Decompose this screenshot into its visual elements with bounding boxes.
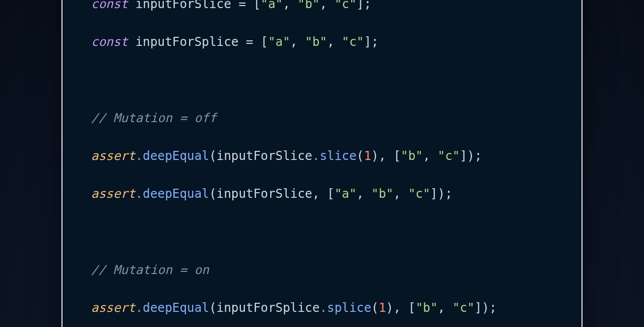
code-blank-line xyxy=(79,70,565,89)
code-line: assert.deepEqual(inputForSlice, ["a", "b… xyxy=(79,184,565,203)
token-semi: ; xyxy=(364,0,371,11)
token-string: "a" xyxy=(261,0,283,11)
token-punc: , xyxy=(327,34,342,49)
token-punc: , xyxy=(319,0,334,11)
token-semi: ; xyxy=(371,34,379,49)
token-string: "c" xyxy=(335,0,357,11)
token-punc: ) xyxy=(386,300,394,315)
token-punc: , xyxy=(423,148,437,163)
token-punc: ( xyxy=(209,148,217,163)
token-identifier: inputForSlice xyxy=(217,186,312,201)
token-object: assert xyxy=(91,148,136,163)
token-string: "b" xyxy=(401,148,423,163)
token-identifier: inputForSplice xyxy=(136,34,239,49)
token-punc: , xyxy=(357,186,371,201)
token-punc: ) xyxy=(371,148,379,163)
token-dot: . xyxy=(319,300,327,315)
token-string: "c" xyxy=(342,34,364,49)
code-line: // Mutation = off xyxy=(79,108,565,128)
token-punc: , xyxy=(438,300,453,315)
token-semi: ; xyxy=(445,186,453,201)
token-keyword: const xyxy=(91,0,128,11)
token-number: 1 xyxy=(364,148,371,163)
token-semi: ; xyxy=(475,148,482,163)
token-object: assert xyxy=(91,186,136,201)
token-object: assert xyxy=(91,300,136,315)
token-punc: ) xyxy=(482,300,489,315)
token-string: "b" xyxy=(416,300,438,315)
token-string: "b" xyxy=(371,186,394,201)
token-space xyxy=(128,34,136,49)
token-bracket: ] xyxy=(364,34,371,49)
token-punc: ( xyxy=(209,186,217,201)
code-line: // Mutation = on xyxy=(79,260,565,280)
token-string: "b" xyxy=(305,34,327,49)
token-punc: ( xyxy=(371,300,379,315)
token-punc: , xyxy=(283,0,297,11)
token-string: "a" xyxy=(335,186,357,201)
token-bracket: [ xyxy=(408,300,416,315)
token-dot: . xyxy=(312,148,320,163)
token-string: "a" xyxy=(268,34,290,49)
token-number: 1 xyxy=(378,300,386,315)
token-comment: // Mutation = on xyxy=(91,262,209,277)
token-punc: , xyxy=(394,186,408,201)
token-eq: = xyxy=(231,0,253,11)
token-dot: . xyxy=(136,300,143,315)
code-block: test("with one arg", (assert) => { const… xyxy=(77,0,567,327)
token-bracket: ] xyxy=(430,186,438,201)
token-punc: , xyxy=(290,34,305,49)
token-identifier: inputForSlice xyxy=(217,148,312,163)
token-punc: , xyxy=(312,186,327,201)
token-string-c: "c" xyxy=(438,148,460,163)
token-bracket: [ xyxy=(261,34,268,49)
token-bracket: [ xyxy=(327,186,335,201)
code-line: assert.deepEqual(inputForSlice.slice(1),… xyxy=(79,146,565,166)
code-blank-line xyxy=(79,223,565,242)
token-identifier: inputForSplice xyxy=(217,300,320,315)
token-string: "c" xyxy=(453,300,475,315)
token-method: splice xyxy=(327,300,371,315)
token-punc: ( xyxy=(357,148,364,163)
code-line: assert.deepEqual(inputForSplice.splice(1… xyxy=(79,298,565,317)
token-eq: = xyxy=(238,34,261,49)
token-semi: ; xyxy=(489,300,497,315)
token-punc: ) xyxy=(467,148,475,163)
token-dot: . xyxy=(136,186,143,201)
token-punc: ( xyxy=(209,300,217,315)
token-bracket: ] xyxy=(460,148,467,163)
token-method: deepEqual xyxy=(143,300,209,315)
token-keyword: const xyxy=(91,34,128,49)
token-bracket: ] xyxy=(475,300,482,315)
code-line: const inputForSplice = ["a", "b", "c"]; xyxy=(79,32,565,51)
code-window: test("with one arg", (assert) => { const… xyxy=(61,0,583,327)
token-punc: , xyxy=(394,300,408,315)
token-bracket: [ xyxy=(394,148,401,163)
token-punc: , xyxy=(378,148,393,163)
token-space xyxy=(128,0,136,11)
token-punc: ) xyxy=(438,186,445,201)
token-dot: . xyxy=(136,148,143,163)
token-identifier: inputForSlice xyxy=(136,0,231,11)
token-method: slice xyxy=(319,148,356,163)
code-line: const inputForSlice = ["a", "b", "c"]; xyxy=(79,0,565,13)
token-string: "c" xyxy=(408,186,430,201)
token-bracket: ] xyxy=(357,0,364,11)
token-comment: // Mutation = off xyxy=(91,111,217,125)
token-string: "b" xyxy=(298,0,320,11)
token-method: deepEqual xyxy=(143,148,209,163)
token-method: deepEqual xyxy=(143,186,209,201)
token-bracket: [ xyxy=(253,0,261,11)
